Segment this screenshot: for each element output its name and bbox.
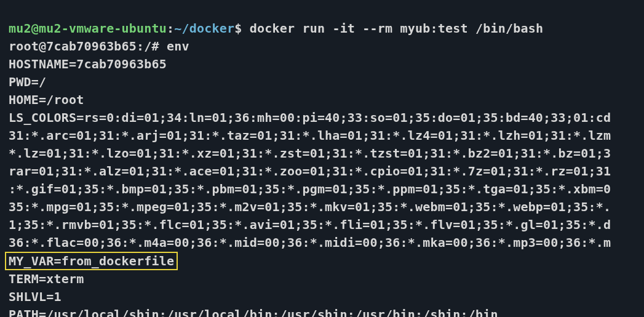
output-line: 31:*.arc=01;31:*.arj=01;31:*.taz=01;31:*…: [9, 128, 611, 143]
output-line: PATH=/usr/local/sbin:/usr/local/bin:/usr…: [9, 307, 498, 317]
output-line: rar=01;31:*.alz=01;31:*.ace=01;31:*.zoo=…: [9, 164, 611, 179]
output-line: *.lz=01;31:*.lzo=01;31:*.xz=01;31:*.zst=…: [9, 146, 611, 161]
highlighted-env-var: MY_VAR=from_dockerfile: [5, 252, 178, 270]
output-line: HOSTNAME=7cab70963b65: [9, 57, 167, 71]
prompt-path: ~/docker: [174, 21, 234, 36]
output-line: root@7cab70963b65:/# env: [9, 39, 189, 54]
output-line: :*.gif=01;35:*.bmp=01;35:*.pbm=01;35:*.p…: [9, 182, 611, 196]
output-line: LS_COLORS=rs=0:di=01;34:ln=01;36:mh=00:p…: [9, 110, 611, 125]
prompt-sep: :: [167, 21, 174, 36]
prompt-line: mu2@mu2-vmware-ubuntu:~/docker$ docker r…: [9, 21, 543, 36]
command-text: docker run -it --rm myub:test /bin/bash: [250, 21, 543, 36]
output-line: PWD=/: [9, 74, 46, 89]
prompt-user-host: mu2@mu2-vmware-ubuntu: [9, 21, 167, 36]
output-line: SHLVL=1: [9, 289, 62, 304]
output-line: 36:*.flac=00;36:*.m4a=00;36:*.mid=00;36:…: [9, 235, 611, 250]
output-line: TERM=xterm: [9, 271, 84, 286]
output-line: 35:*.mpg=01;35:*.mpeg=01;35:*.m2v=01;35:…: [9, 199, 611, 214]
output-line: 1;35:*.rmvb=01;35:*.flc=01;35:*.avi=01;3…: [9, 217, 611, 232]
terminal-window[interactable]: mu2@mu2-vmware-ubuntu:~/docker$ docker r…: [0, 0, 644, 317]
output-line: HOME=/root: [9, 92, 84, 107]
prompt-dollar: $: [234, 21, 249, 36]
